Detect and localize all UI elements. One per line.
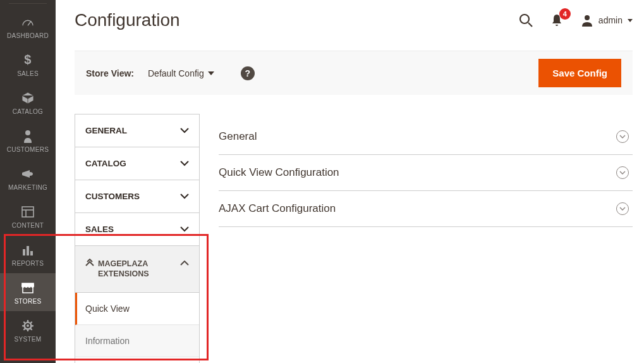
chevron-down-icon <box>180 225 189 234</box>
svg-text:$: $ <box>24 53 31 66</box>
layout-icon <box>20 204 35 219</box>
svg-line-10 <box>528 23 532 27</box>
store-view-value: Default Config <box>148 68 204 78</box>
tab-label: GENERAL <box>85 126 127 135</box>
user-icon <box>581 14 593 27</box>
help-icon[interactable]: ? <box>241 66 255 80</box>
section-general[interactable]: General <box>219 119 633 155</box>
scope-bar: Store View: Default Config ? Save Config <box>75 51 633 95</box>
reports-icon <box>20 242 35 257</box>
megaphone-icon <box>20 166 35 182</box>
tab-group-mageplaza[interactable]: MAGEPLAZA EXTENSIONS <box>75 246 199 293</box>
tab-label: SALES <box>85 225 114 234</box>
tab-sub-quick-view[interactable]: Quick View <box>75 293 199 325</box>
admin-sidebar: DASHBOARD $ SALES CATALOG CUSTOMERS MARK… <box>0 0 56 363</box>
mageplaza-icon <box>85 259 94 269</box>
tab-group-label: MAGEPLAZA EXTENSIONS <box>98 259 180 280</box>
sidebar-label: REPORTS <box>12 260 44 267</box>
config-sections: General Quick View Configuration AJAX Ca… <box>219 114 633 363</box>
tab-label: CUSTOMERS <box>85 192 140 201</box>
sidebar-item-marketing[interactable]: MARKETING <box>0 159 56 197</box>
config-tabs: GENERAL CATALOG CUSTOMERS SALES MAGEPLAZ… <box>75 114 200 363</box>
sidebar-label: CONTENT <box>12 222 44 229</box>
sidebar-item-catalog[interactable]: CATALOG <box>0 83 56 121</box>
sidebar-label: CUSTOMERS <box>7 146 49 153</box>
section-ajax-cart-config[interactable]: AJAX Cart Configuration <box>219 191 633 227</box>
store-icon <box>20 280 35 295</box>
search-icon[interactable] <box>519 13 533 27</box>
gear-icon <box>20 318 35 333</box>
sidebar-item-customers[interactable]: CUSTOMERS <box>0 121 56 159</box>
sidebar-item-system[interactable]: SYSTEM <box>0 311 56 349</box>
svg-point-11 <box>585 15 590 20</box>
sidebar-item-reports[interactable]: REPORTS <box>0 235 56 273</box>
svg-point-9 <box>520 15 529 23</box>
sidebar-label: SYSTEM <box>15 336 42 343</box>
store-view-switcher[interactable]: Default Config <box>148 68 214 78</box>
tab-label: CATALOG <box>85 159 126 168</box>
box-icon <box>20 90 35 106</box>
svg-point-2 <box>25 130 30 135</box>
tab-general[interactable]: GENERAL <box>75 114 199 147</box>
sidebar-label: SALES <box>17 70 39 77</box>
chevron-down-circle-icon <box>616 202 629 215</box>
notifications-button[interactable]: 4 <box>550 13 563 27</box>
page-header: Configuration 4 admin <box>56 0 644 40</box>
store-view-label: Store View: <box>86 68 134 78</box>
tab-sub-information[interactable]: Information <box>75 325 199 357</box>
section-quick-view-config[interactable]: Quick View Configuration <box>219 155 633 191</box>
dashboard-icon <box>20 15 35 30</box>
chevron-down-icon <box>208 71 214 75</box>
chevron-down-icon <box>180 192 189 201</box>
tab-customers[interactable]: CUSTOMERS <box>75 180 199 213</box>
dollar-icon: $ <box>20 52 35 68</box>
save-config-button[interactable]: Save Config <box>538 59 621 87</box>
sidebar-item-sales[interactable]: $ SALES <box>0 46 56 83</box>
sidebar-item-content[interactable]: CONTENT <box>0 197 56 235</box>
svg-rect-8 <box>30 251 33 255</box>
svg-rect-6 <box>23 249 25 255</box>
person-icon <box>20 128 35 144</box>
sidebar-label: MARKETING <box>8 184 47 191</box>
tab-sales[interactable]: SALES <box>75 213 199 246</box>
tab-sub-label: Information <box>85 336 130 346</box>
notification-badge: 4 <box>559 8 571 20</box>
chevron-down-circle-icon <box>616 166 629 179</box>
chevron-down-icon <box>180 126 189 135</box>
chevron-down-icon <box>628 19 633 22</box>
sidebar-label: STORES <box>15 298 42 305</box>
section-title: Quick View Configuration <box>219 166 339 179</box>
svg-line-0 <box>28 21 31 25</box>
section-title: AJAX Cart Configuration <box>219 202 336 215</box>
sidebar-label: CATALOG <box>13 108 43 115</box>
chevron-up-icon <box>180 259 189 269</box>
user-menu[interactable]: admin <box>581 14 633 27</box>
svg-rect-7 <box>27 246 29 255</box>
section-title: General <box>219 130 257 143</box>
sidebar-item-dashboard[interactable]: DASHBOARD <box>0 8 56 46</box>
page-title: Configuration <box>75 10 180 30</box>
sidebar-label: DASHBOARD <box>7 32 49 39</box>
chevron-down-circle-icon <box>616 130 629 143</box>
main-content: GENERAL CATALOG CUSTOMERS SALES MAGEPLAZ… <box>75 114 633 363</box>
tab-sub-label: Quick View <box>85 304 130 314</box>
tab-catalog[interactable]: CATALOG <box>75 147 199 180</box>
chevron-down-icon <box>180 159 189 168</box>
svg-rect-3 <box>22 207 33 217</box>
user-name: admin <box>598 15 623 25</box>
sidebar-item-stores[interactable]: STORES <box>0 273 56 311</box>
